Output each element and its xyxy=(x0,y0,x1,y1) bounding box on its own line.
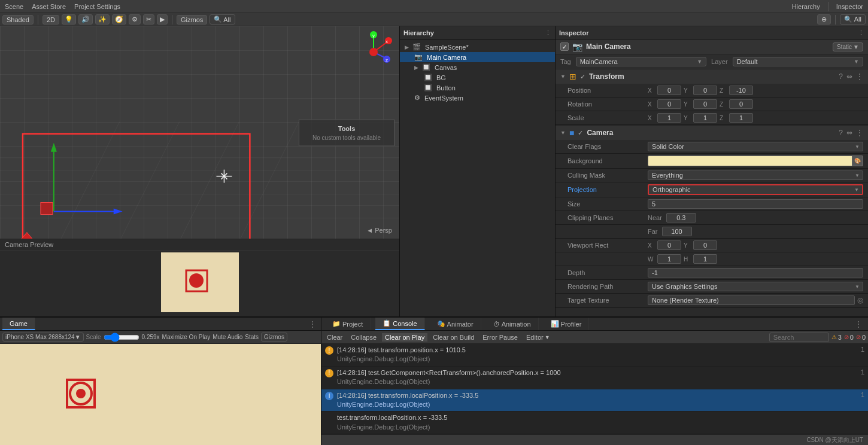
console-search-input[interactable] xyxy=(769,333,829,342)
hierarchy-item-button[interactable]: 🔲 Button xyxy=(400,83,555,93)
btn-nav[interactable]: 🧭 xyxy=(112,14,126,25)
background-color-swatch[interactable]: 🎨 xyxy=(648,156,863,166)
layer-dropdown[interactable]: Default ▼ xyxy=(733,57,863,66)
error-pause-btn[interactable]: Error Pause xyxy=(479,333,521,342)
all-btn[interactable]: 🔍 All xyxy=(210,14,235,25)
color-picker-btn[interactable]: 🎨 xyxy=(852,156,863,166)
position-values: X 0 Y 0 Z -10 xyxy=(648,86,863,95)
far-field[interactable]: 100 xyxy=(662,227,692,236)
go-active-checkbox[interactable]: ✓ xyxy=(560,42,569,51)
transform-menu-icon[interactable]: ⋮ xyxy=(856,72,863,81)
culling-mask-dropdown[interactable]: Everything xyxy=(648,170,863,180)
vp-x[interactable]: 0 xyxy=(657,240,681,250)
culling-mask-row: Culling Mask Everything xyxy=(556,169,868,182)
rotation-row: Rotation X 0 Y 0 Z 0 xyxy=(556,97,868,111)
rotation-z[interactable]: 0 xyxy=(729,99,753,109)
tab-animator[interactable]: 🎭 Animator xyxy=(430,318,481,330)
hierarchy-btn[interactable]: ⊕ xyxy=(817,14,831,25)
position-x[interactable]: 0 xyxy=(657,86,681,95)
game-more-icon[interactable]: ⋮ xyxy=(306,320,318,328)
hierarchy-item-samplescene[interactable]: ▶ 🎬 SampleScene* xyxy=(400,42,555,52)
editor-dropdown-btn[interactable]: Editor▼ xyxy=(523,333,553,342)
vp-y[interactable]: 0 xyxy=(693,240,717,250)
size-label: Size xyxy=(567,200,645,208)
clear-on-play-btn[interactable]: Clear on Play xyxy=(382,333,427,342)
tab-profiler[interactable]: 📊 Profiler xyxy=(544,318,590,330)
menu-hierarchy[interactable]: Hierarchy xyxy=(790,3,823,10)
gizmos-btn[interactable]: Gizmos xyxy=(177,15,207,25)
bg-label: BG xyxy=(436,74,446,81)
rotation-y[interactable]: 0 xyxy=(693,99,717,109)
vp-w[interactable]: 1 xyxy=(657,254,681,264)
scale-slider[interactable] xyxy=(104,334,139,341)
transform-settings-icon[interactable]: ⇔ xyxy=(846,72,852,81)
vp-h[interactable]: 1 xyxy=(693,254,717,264)
camera-component-header[interactable]: ▼ ■ ✓ Camera ? ⇔ ⋮ xyxy=(556,126,868,140)
btn-light[interactable]: 💡 xyxy=(62,14,76,25)
camera-settings-icon[interactable]: ⇔ xyxy=(846,129,852,137)
stats-btn[interactable]: Stats xyxy=(245,334,259,340)
btn-play-control[interactable]: ▶ xyxy=(157,14,168,25)
menu-scene[interactable]: Scene xyxy=(2,3,26,10)
static-badge[interactable]: Static ▼ xyxy=(833,42,863,51)
clear-btn[interactable]: Clear xyxy=(324,333,345,342)
console-row-0[interactable]: ! [14:28:16] test.transform.position.x =… xyxy=(321,344,868,367)
btn-effects[interactable]: ✨ xyxy=(95,14,110,25)
btn-more[interactable]: ⚙ xyxy=(129,14,141,25)
hierarchy-search[interactable]: 🔍 All xyxy=(840,14,866,25)
shaded-dropdown[interactable]: Shaded xyxy=(2,15,34,25)
game-tab[interactable]: Game xyxy=(2,318,35,330)
resolution-dropdown[interactable]: iPhone XS Max 2688x124▼ xyxy=(2,333,84,342)
collapse-btn[interactable]: Collapse xyxy=(348,333,380,342)
target-texture-icon[interactable]: ◎ xyxy=(857,296,863,304)
clear-flags-dropdown[interactable]: Solid Color xyxy=(648,142,863,151)
transform-help-icon[interactable]: ? xyxy=(839,72,843,81)
position-y[interactable]: 0 xyxy=(693,86,717,95)
menu-asset-store[interactable]: Asset Store xyxy=(29,3,68,10)
console-row-1[interactable]: ! [14:28:16] test.GetComponent<RectTrans… xyxy=(321,367,868,389)
position-z[interactable]: -10 xyxy=(729,86,753,95)
depth-field[interactable]: -1 xyxy=(648,268,863,278)
menu-inspector[interactable]: Inspector xyxy=(834,3,866,10)
scene-viewport[interactable]: x y z ◄ Persp Tool xyxy=(0,26,399,239)
console-row-2[interactable]: i [14:28:16] test.transform.localPositio… xyxy=(321,389,868,412)
btn-transform[interactable]: ✂ xyxy=(143,14,154,25)
btn-2d[interactable]: 2D xyxy=(43,15,59,25)
hierarchy-more[interactable]: ⋮ xyxy=(545,29,551,36)
mute-audio-btn[interactable]: Mute Audio xyxy=(213,334,242,340)
btn-audio[interactable]: 🔊 xyxy=(78,14,93,25)
inspector-more[interactable]: ⋮ xyxy=(858,29,864,36)
camera-menu-icon[interactable]: ⋮ xyxy=(856,129,863,137)
rotation-x[interactable]: 0 xyxy=(657,99,681,109)
inspector-content[interactable]: ✓ 📷 Main Camera Static ▼ Tag MainCamera … xyxy=(556,39,868,316)
hierarchy-item-eventsystem[interactable]: ⚙ EventSystem xyxy=(400,93,555,103)
tab-console[interactable]: 📋 Console xyxy=(375,318,424,330)
scale-values: X 1 Y 1 Z 1 xyxy=(648,113,863,123)
scale-z[interactable]: 1 xyxy=(729,113,753,123)
hierarchy-item-maincamera[interactable]: 📷 Main Camera xyxy=(400,52,555,62)
scale-y[interactable]: 1 xyxy=(693,113,717,123)
console-more-icon[interactable]: ⋮ xyxy=(852,320,864,328)
size-value: 5 xyxy=(648,199,863,209)
hierarchy-item-canvas[interactable]: ▶ 🔲 Canvas xyxy=(400,62,555,72)
maximize-on-play-btn[interactable]: Maximize On Play xyxy=(162,334,211,340)
tab-animation[interactable]: ⏱ Animation xyxy=(486,318,539,330)
menu-project-settings[interactable]: Project Settings xyxy=(72,3,123,10)
console-row-3[interactable]: test.transform.localPosition.x = -333.5 … xyxy=(321,412,868,434)
transform-check: ✓ xyxy=(580,73,585,81)
near-field[interactable]: 0.3 xyxy=(666,213,696,222)
game-gizmos-btn[interactable]: Gizmos xyxy=(261,333,287,342)
rendering-path-dropdown[interactable]: Use Graphics Settings xyxy=(648,282,863,291)
projection-dropdown[interactable]: Orthographic xyxy=(648,184,863,195)
target-texture-field[interactable]: None (Render Texture) xyxy=(648,295,855,305)
tab-project[interactable]: 📁 Project xyxy=(325,318,371,330)
camera-help-icon[interactable]: ? xyxy=(839,129,843,137)
camera-component-title: Camera xyxy=(587,129,835,137)
hierarchy-item-bg[interactable]: 🔲 BG xyxy=(400,72,555,83)
transform-header[interactable]: ▼ ⊞ ✓ Transform ? ⇔ ⋮ xyxy=(556,69,868,84)
scale-x[interactable]: 1 xyxy=(657,113,681,123)
toolbar-divider-1 xyxy=(38,15,38,25)
size-field[interactable]: 5 xyxy=(648,199,863,209)
tag-dropdown[interactable]: MainCamera ▼ xyxy=(576,57,706,66)
clear-on-build-btn[interactable]: Clear on Build xyxy=(430,333,477,342)
